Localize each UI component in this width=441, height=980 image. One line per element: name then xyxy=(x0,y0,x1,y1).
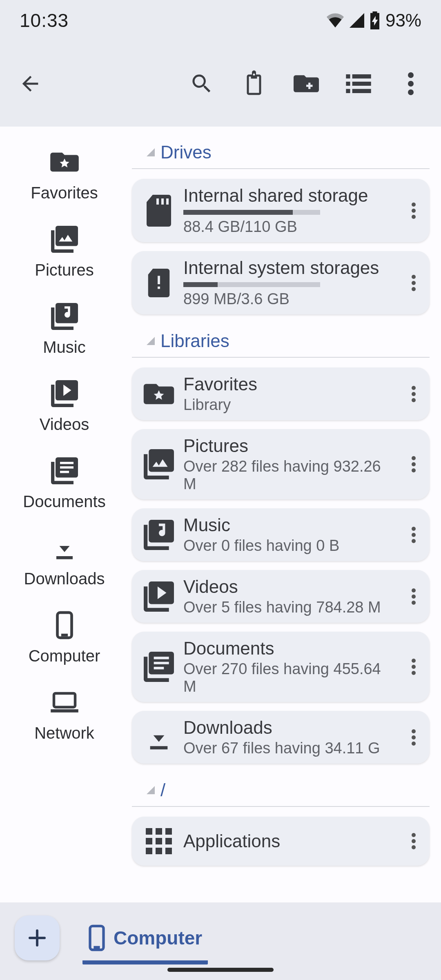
tab-computer[interactable]: Computer xyxy=(82,915,208,964)
more-vert-icon xyxy=(412,274,416,292)
svg-point-22 xyxy=(412,468,416,472)
drive-internal-shared[interactable]: Internal shared storage 88.4 GB/110 GB xyxy=(132,179,430,242)
card-body: Videos Over 5 files having 784.28 M xyxy=(176,577,403,616)
item-menu-button[interactable] xyxy=(403,833,425,850)
more-vert-icon xyxy=(412,658,416,675)
item-menu-button[interactable] xyxy=(403,385,425,403)
card-body: Applications xyxy=(176,831,403,851)
library-favorites[interactable]: Favorites Library xyxy=(132,368,430,420)
sidebar-item-label: Downloads xyxy=(0,570,129,588)
card-body: Pictures Over 282 files having 932.26 M xyxy=(176,436,403,493)
svg-point-30 xyxy=(412,601,416,605)
svg-rect-45 xyxy=(156,848,162,854)
content-area: Favorites Pictures Music Videos Document… xyxy=(0,127,441,902)
svg-point-25 xyxy=(412,533,416,537)
more-vert-icon xyxy=(412,588,416,605)
svg-point-24 xyxy=(412,527,416,531)
card-body: Internal system storages 899 MB/3.6 GB xyxy=(176,258,403,308)
more-vert-icon xyxy=(408,72,414,96)
tab-label: Computer xyxy=(114,927,202,949)
plus-icon xyxy=(27,928,47,948)
storage-progress xyxy=(183,282,320,287)
download-icon xyxy=(0,534,129,562)
item-menu-button[interactable] xyxy=(403,456,425,473)
item-menu-button[interactable] xyxy=(403,526,425,543)
view-list-button[interactable] xyxy=(343,68,374,99)
drive-title: Internal shared storage xyxy=(183,185,395,206)
documents-icon xyxy=(0,457,129,485)
sidebar-item-pictures[interactable]: Pictures xyxy=(0,216,129,293)
sidebar-item-music[interactable]: Music xyxy=(0,293,129,370)
svg-point-49 xyxy=(412,845,416,849)
sidebar: Favorites Pictures Music Videos Document… xyxy=(0,127,129,902)
item-menu-button[interactable] xyxy=(403,274,425,292)
sidebar-item-documents[interactable]: Documents xyxy=(0,448,129,525)
library-documents[interactable]: Documents Over 270 files having 455.64 M xyxy=(132,632,430,702)
library-pictures[interactable]: Pictures Over 282 files having 932.26 M xyxy=(132,429,430,499)
svg-point-35 xyxy=(412,729,416,733)
sidebar-item-network[interactable]: Network xyxy=(0,679,129,756)
svg-point-14 xyxy=(412,281,416,285)
item-menu-button[interactable] xyxy=(403,202,425,219)
item-menu-button[interactable] xyxy=(403,588,425,605)
svg-rect-43 xyxy=(165,838,172,844)
sidebar-item-label: Music xyxy=(0,338,129,356)
svg-point-37 xyxy=(412,742,416,746)
library-sub: Over 0 files having 0 B xyxy=(183,537,395,555)
svg-rect-42 xyxy=(156,838,162,844)
svg-point-21 xyxy=(412,462,416,466)
nav-handle[interactable] xyxy=(167,968,274,972)
library-downloads[interactable]: Downloads Over 67 files having 34.11 G xyxy=(132,711,430,764)
sidebar-item-videos[interactable]: Videos xyxy=(0,370,129,448)
overflow-menu-button[interactable] xyxy=(395,68,426,99)
toolbar xyxy=(0,41,441,127)
wifi-icon xyxy=(326,13,345,28)
library-title: Videos xyxy=(183,577,395,597)
svg-point-48 xyxy=(412,839,416,843)
drive-size: 899 MB/3.6 GB xyxy=(183,290,395,308)
sidebar-item-favorites[interactable]: Favorites xyxy=(0,139,129,216)
card-body: Internal shared storage 88.4 GB/110 GB xyxy=(176,185,403,236)
card-body: Documents Over 270 files having 455.64 M xyxy=(176,638,403,695)
search-button[interactable] xyxy=(186,68,217,99)
collapse-icon xyxy=(147,337,155,345)
svg-point-28 xyxy=(412,588,416,592)
svg-rect-44 xyxy=(146,848,152,854)
new-folder-button[interactable] xyxy=(291,68,322,99)
library-sub: Over 270 files having 455.64 M xyxy=(183,660,395,695)
music-icon xyxy=(0,302,129,331)
clipboard-button[interactable] xyxy=(238,68,270,99)
library-videos[interactable]: Videos Over 5 files having 784.28 M xyxy=(132,570,430,623)
videos-icon xyxy=(142,579,176,614)
system-storage-icon xyxy=(142,266,176,300)
svg-rect-39 xyxy=(156,828,162,835)
svg-point-26 xyxy=(412,539,416,543)
status-bar: 10:33 93% xyxy=(0,0,441,41)
card-body: Downloads Over 67 files having 34.11 G xyxy=(176,717,403,757)
svg-point-36 xyxy=(412,735,416,739)
videos-icon xyxy=(0,379,129,408)
sidebar-item-computer[interactable]: Computer xyxy=(0,602,129,679)
more-vert-icon xyxy=(412,456,416,473)
svg-rect-40 xyxy=(165,828,172,835)
section-header-root[interactable]: / xyxy=(132,773,430,807)
folder-star-icon xyxy=(142,377,176,411)
item-menu-button[interactable] xyxy=(403,658,425,675)
sidebar-item-label: Videos xyxy=(0,415,129,434)
root-applications[interactable]: Applications xyxy=(132,817,430,866)
sidebar-item-label: Documents xyxy=(0,492,129,511)
sidebar-item-downloads[interactable]: Downloads xyxy=(0,525,129,602)
item-menu-button[interactable] xyxy=(403,729,425,746)
drive-internal-system[interactable]: Internal system storages 899 MB/3.6 GB xyxy=(132,251,430,314)
pictures-icon xyxy=(142,447,176,481)
library-music[interactable]: Music Over 0 files having 0 B xyxy=(132,508,430,561)
battery-icon xyxy=(369,11,381,29)
music-icon xyxy=(142,518,176,552)
section-header-drives[interactable]: Drives xyxy=(132,135,430,169)
section-header-libraries[interactable]: Libraries xyxy=(132,323,430,358)
sd-card-icon xyxy=(142,194,176,228)
library-title: Favorites xyxy=(183,374,395,394)
add-button[interactable] xyxy=(15,915,60,960)
svg-point-34 xyxy=(412,671,416,675)
back-button[interactable] xyxy=(15,68,46,99)
